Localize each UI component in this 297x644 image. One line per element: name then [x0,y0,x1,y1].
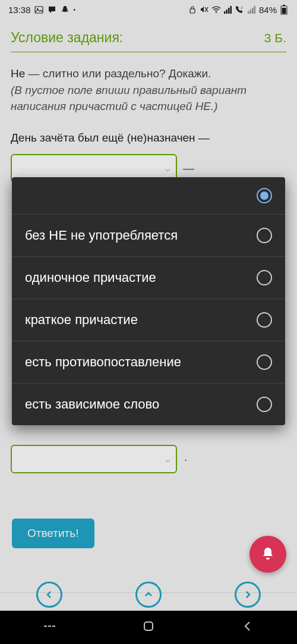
radio-icon [257,270,272,285]
svg-rect-6 [224,11,226,14]
svg-text:2: 2 [241,7,242,10]
bell-icon [260,546,276,563]
signal-icon [223,5,233,14]
option-label: краткое причастие [25,312,138,328]
home-button[interactable] [142,620,155,635]
dropdown-option-empty[interactable] [12,177,285,215]
svg-rect-13 [252,8,254,14]
battery-percent: 84% [259,5,277,15]
prompt-prefix: Не [11,67,25,80]
nav-row [0,582,297,608]
option-label: есть противопоставление [25,354,181,370]
notifications-fab[interactable] [249,536,286,573]
svg-rect-2 [190,9,195,13]
svg-rect-7 [226,10,228,14]
svg-rect-9 [230,6,232,14]
status-left: 13:38 • [8,5,75,15]
radio-icon [257,228,272,243]
answer-select-2[interactable]: ⌵ [11,445,177,473]
chat-icon [48,5,57,14]
option-label: одиночное причастие [25,270,156,285]
recent-apps-button[interactable] [43,620,56,635]
task-header: Условие задания: 3 Б. [11,30,286,52]
nav-prev-button[interactable] [36,582,62,608]
chevron-down-icon: ⌵ [165,454,170,464]
option-label: есть зависимое слово [25,397,159,412]
svg-rect-17 [282,8,286,14]
svg-point-5 [216,12,217,13]
volte-icon: 2 [235,5,245,14]
svg-rect-12 [249,10,251,14]
period-text: . [184,451,187,464]
status-bar: 13:38 • 2 84% [0,0,297,19]
prompt-line2: (В пустое поле впиши правильный вариант … [11,84,247,113]
answer-button[interactable]: Ответить! [12,519,94,548]
dot-icon: • [74,7,76,13]
back-button[interactable] [241,620,254,635]
question-text: День зачёта был ещё (не)назначен — [11,131,286,144]
radio-icon [257,397,272,412]
prompt-line1: — слитно или раздельно? Докажи. [25,67,211,80]
gallery-icon [34,5,44,14]
mute-icon [200,5,209,14]
task-title: Условие задания: [11,30,123,46]
lock-icon [188,5,197,14]
status-time: 13:38 [8,5,31,15]
dropdown-option-1[interactable]: без НЕ не употребляется [12,215,285,257]
option-label: без НЕ не употребляется [25,228,178,243]
task-prompt: Не — слитно или раздельно? Докажи. (В пу… [11,65,286,115]
nav-next-button[interactable] [235,582,261,608]
svg-rect-0 [35,7,43,13]
svg-rect-11 [248,11,249,14]
chevron-down-icon: ⌵ [165,164,170,173]
battery-icon [279,5,289,14]
radio-selected-icon [257,188,272,203]
radio-icon [257,312,272,328]
dropdown-option-5[interactable]: есть зависимое слово [12,384,285,425]
dropdown-option-4[interactable]: есть противопоставление [12,341,285,384]
svg-rect-14 [254,6,255,14]
task-score: 3 Б. [264,31,286,45]
dropdown-option-2[interactable]: одиночное причастие [12,257,285,299]
signal2-icon [247,5,257,14]
nav-up-button[interactable] [135,582,162,608]
task-content: Условие задания: 3 Б. Не — слитно или ра… [0,19,297,199]
dropdown-option-3[interactable]: краткое причастие [12,299,285,341]
svg-rect-8 [228,8,230,14]
status-right: 2 84% [188,5,289,15]
radio-icon [257,354,272,370]
system-nav-bar [0,611,297,644]
dash-text: — [183,162,194,175]
wifi-icon [211,5,221,14]
svg-rect-21 [144,622,153,630]
snapchat-icon [61,5,70,14]
dropdown-menu: без НЕ не употребляется одиночное причас… [12,177,285,425]
